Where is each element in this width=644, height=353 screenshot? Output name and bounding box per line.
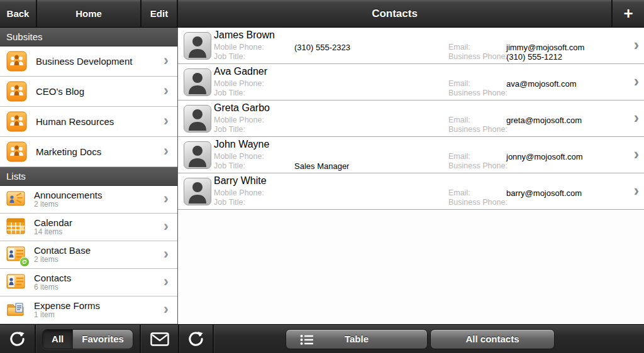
sidebar-item-label: CEO's Blog — [36, 86, 164, 97]
sidebar-item-contacts[interactable]: Contacts 6 items › — [0, 269, 177, 296]
refresh-icon — [9, 330, 26, 347]
sidebar-item-calendar[interactable]: Calendar 14 items › — [0, 214, 177, 241]
sidebar-item-contact-base[interactable]: Contact Base 2 items › — [0, 241, 177, 269]
filter-all-button[interactable]: All — [43, 330, 72, 349]
list-item-count: 1 item — [34, 311, 164, 320]
edit-button[interactable]: Edit — [142, 0, 177, 27]
list-item-count: 6 items — [34, 283, 164, 292]
table-view-label: Table — [345, 334, 369, 344]
mobile-phone-label: Mobile Phone: — [214, 188, 264, 197]
chevron-right-icon: › — [164, 191, 172, 209]
list-item-count: 2 items — [34, 256, 164, 264]
sidebar-item-label: Marketing Docs — [36, 146, 164, 157]
bottom-toolbar-right: Table All contacts — [214, 325, 644, 353]
lists-section-header: Lists — [0, 167, 177, 186]
email-label: Email: — [448, 79, 470, 88]
chevron-right-icon: › — [164, 246, 172, 264]
sidebar-item-expense-forms[interactable]: Expense Forms 1 item › — [0, 296, 177, 324]
list-item-title: Calendar — [34, 217, 164, 228]
top-bar-right: Contacts + — [178, 0, 644, 27]
sidebar-item-business-development[interactable]: Business Development › — [0, 46, 177, 77]
chevron-right-icon: › — [634, 110, 639, 126]
contact-card-icon — [6, 273, 26, 292]
contact-row-greta-garbo[interactable]: Greta Garbo Mobile Phone: Job Title: Ema… — [178, 100, 644, 137]
contact-row-ava-gadner[interactable]: Ava Gadner Mobile Phone: Job Title: Emai… — [178, 64, 644, 100]
all-contacts-label: All contacts — [465, 334, 519, 344]
list-item-text: Contact Base 2 items — [34, 245, 164, 264]
top-bar-left: Back Home Edit — [0, 0, 178, 27]
list-item-count: 14 items — [34, 228, 164, 237]
avatar — [184, 68, 211, 96]
avatar — [184, 32, 211, 60]
contact-row-james-brown[interactable]: James Brown Mobile Phone: (310) 555-2323… — [178, 28, 644, 64]
team-site-icon — [6, 81, 27, 102]
main-area: Subsites Business Development › CEO's Bl… — [0, 28, 644, 324]
job-title-value: Sales Manager — [294, 161, 349, 171]
contact-list: James Brown Mobile Phone: (310) 555-2323… — [178, 28, 644, 324]
refresh-button[interactable] — [0, 325, 35, 353]
app-window: Back Home Edit Contacts + Subsites Busin… — [0, 0, 644, 353]
sidebar: Subsites Business Development › CEO's Bl… — [0, 28, 178, 324]
list-item-text: Calendar 14 items — [34, 217, 164, 237]
contact-name: Greta Garbo — [214, 102, 270, 114]
email-button[interactable] — [141, 325, 178, 353]
refresh-icon — [187, 330, 204, 347]
email-label: Email: — [448, 152, 470, 161]
contact-row-john-wayne[interactable]: John Wayne Mobile Phone: Job Title: Sale… — [178, 137, 644, 173]
all-contacts-view-button[interactable]: All contacts — [430, 329, 555, 349]
contact-row-barry-white[interactable]: Barry White Mobile Phone: Job Title: Ema… — [178, 173, 644, 210]
sidebar-item-label: Human Resources — [36, 116, 164, 127]
chevron-right-icon: › — [164, 219, 172, 236]
email-value: barry@mojosoft.com — [506, 188, 582, 198]
calendar-icon — [6, 218, 26, 237]
chevron-right-icon: › — [634, 37, 639, 53]
list-view-icon — [300, 334, 314, 345]
business-phone-label: Business Phone: — [448, 89, 508, 97]
chevron-right-icon: › — [164, 83, 172, 100]
chevron-right-icon: › — [164, 113, 172, 131]
sidebar-item-human-resources[interactable]: Human Resources › — [0, 107, 177, 137]
envelope-icon — [150, 332, 169, 346]
avatar — [184, 141, 211, 169]
add-contact-button[interactable]: + — [611, 0, 644, 27]
email-value: jonny@mojosoft.com — [506, 152, 583, 161]
email-label: Email: — [448, 116, 470, 124]
list-item-text: Contacts 6 items — [34, 273, 164, 292]
chevron-right-icon: › — [634, 146, 639, 162]
filter-segmented-control: All Favorites — [36, 325, 140, 353]
chevron-right-icon: › — [164, 301, 172, 319]
top-bar: Back Home Edit Contacts + — [0, 0, 644, 28]
home-button[interactable]: Home — [36, 0, 142, 27]
team-site-icon — [6, 51, 27, 72]
business-phone-value: (310) 555-1212 — [506, 52, 562, 62]
mobile-phone-label: Mobile Phone: — [214, 116, 264, 124]
subsites-section-header: Subsites — [0, 28, 177, 46]
list-item-count: 2 items — [34, 200, 164, 209]
sidebar-item-ceos-blog[interactable]: CEO's Blog › — [0, 77, 177, 107]
job-title-label: Job Title: — [214, 52, 245, 61]
business-phone-label: Business Phone: — [448, 198, 508, 207]
sidebar-item-label: Business Development — [36, 56, 164, 67]
list-item-title: Contact Base — [34, 245, 164, 256]
mobile-phone-label: Mobile Phone: — [214, 43, 264, 52]
sync-badge-icon — [19, 257, 30, 267]
table-view-button[interactable]: Table — [286, 329, 428, 349]
business-phone-label: Business Phone: — [448, 52, 508, 61]
chevron-right-icon: › — [164, 143, 172, 161]
list-item-text: Announcements 2 items — [34, 190, 164, 209]
team-site-icon — [6, 111, 27, 132]
filter-favorites-button[interactable]: Favorites — [72, 330, 133, 349]
email-value: jimmy@mojosoft.com — [506, 43, 584, 52]
back-button[interactable]: Back — [0, 0, 36, 27]
list-item-title: Expense Forms — [34, 300, 164, 311]
email-label: Email: — [448, 188, 470, 197]
business-phone-label: Business Phone: — [448, 125, 508, 134]
job-title-label: Job Title: — [214, 125, 245, 134]
list-item-title: Announcements — [34, 190, 164, 200]
refresh-list-button[interactable] — [179, 325, 213, 353]
announcement-icon — [6, 190, 26, 209]
mobile-phone-label: Mobile Phone: — [214, 79, 264, 88]
chevron-right-icon: › — [634, 183, 639, 198]
sidebar-item-marketing-docs[interactable]: Marketing Docs › — [0, 137, 177, 167]
sidebar-item-announcements[interactable]: Announcements 2 items › — [0, 186, 177, 214]
